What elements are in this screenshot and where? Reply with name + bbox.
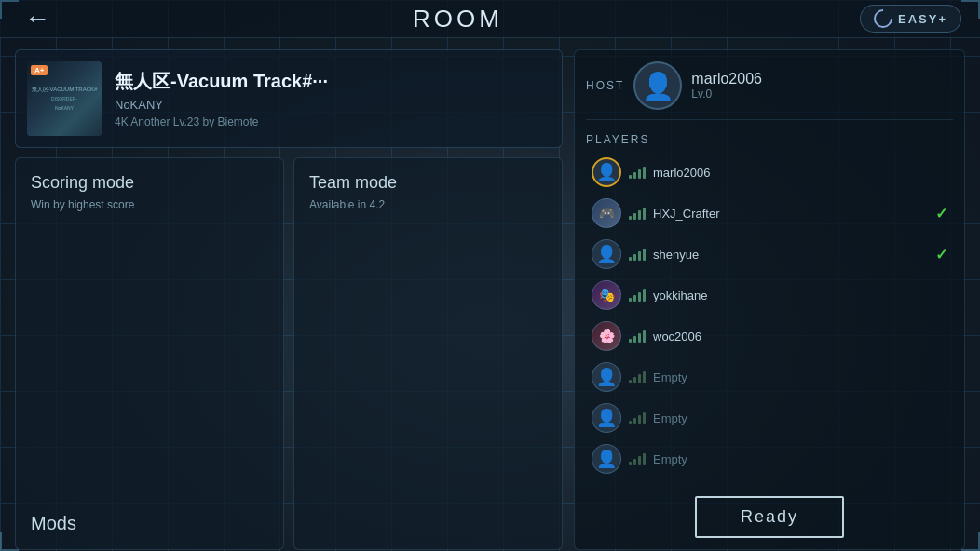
team-mode-sub: Available in 4.2 xyxy=(309,198,547,211)
player-list: 👤 marlo2006 🎮 xyxy=(586,154,953,477)
song-artist: NoKANY xyxy=(115,98,551,112)
signal-bar xyxy=(629,462,632,465)
signal-bars xyxy=(629,370,646,383)
list-item: 👤 Empty xyxy=(586,440,953,477)
difficulty-label: EASY+ xyxy=(898,12,947,26)
list-item: 🌸 woc2006 xyxy=(586,317,953,355)
player-name: woc2006 xyxy=(653,329,947,343)
player-avatar: 👤 xyxy=(592,444,621,474)
page-title: ROOM xyxy=(413,5,503,34)
signal-bar xyxy=(633,418,636,424)
player-avatar-icon: 👤 xyxy=(596,449,617,469)
top-bar: ← ROOM EASY+ xyxy=(0,0,980,38)
signal-bar xyxy=(633,254,636,261)
signal-bar xyxy=(633,459,636,465)
players-label: PLAYERS xyxy=(586,133,953,146)
back-arrow-icon: ← xyxy=(24,4,50,34)
list-item: 👤 Empty xyxy=(586,399,953,437)
player-avatar: 👤 xyxy=(592,403,621,433)
signal-bar xyxy=(629,380,632,383)
player-avatar-icon: 👤 xyxy=(596,367,617,387)
signal-bars xyxy=(629,166,646,179)
list-item: 👤 shenyue ✓ xyxy=(586,235,953,273)
signal-bar xyxy=(638,169,641,179)
ready-check: ✓ xyxy=(935,246,947,263)
list-item: 🎭 yokkihane xyxy=(586,276,953,314)
signal-bar xyxy=(638,456,641,465)
player-avatar: 🎭 xyxy=(592,280,621,310)
song-info: 無人区-Vacuum Track#··· NoKANY 4K Another L… xyxy=(115,69,551,128)
signal-bar xyxy=(629,257,632,261)
signal-bar xyxy=(643,167,646,179)
signal-bar xyxy=(633,213,636,220)
signal-bars xyxy=(629,289,646,302)
signal-bar xyxy=(643,371,646,383)
ready-button[interactable]: Ready xyxy=(695,496,844,538)
signal-bars xyxy=(629,452,646,465)
player-avatar-icon: 👤 xyxy=(596,244,617,264)
signal-bars xyxy=(629,411,646,424)
signal-bar xyxy=(643,453,646,465)
signal-bar xyxy=(633,172,636,179)
signal-bar xyxy=(638,333,641,343)
difficulty-icon xyxy=(870,6,896,32)
difficulty-badge[interactable]: EASY+ xyxy=(860,5,961,33)
team-mode-title: Team mode xyxy=(309,173,547,193)
team-mode-card[interactable]: Team mode Available in 4.2 xyxy=(293,157,563,550)
signal-bars xyxy=(629,207,646,220)
signal-bar xyxy=(633,377,636,383)
signal-bar xyxy=(633,336,636,343)
scoring-mode-sub: Win by highest score xyxy=(31,198,268,211)
signal-bars xyxy=(629,248,646,261)
host-section: HOST 👤 marlo2006 Lv.0 xyxy=(586,61,953,120)
signal-bar xyxy=(643,208,646,220)
host-level: Lv.0 xyxy=(691,87,762,101)
player-avatar: 👤 xyxy=(592,239,621,269)
grade-badge: A+ xyxy=(31,65,48,75)
signal-bar xyxy=(629,298,632,302)
player-avatar: 👤 xyxy=(592,362,621,392)
signal-bar xyxy=(638,292,641,302)
signal-bar xyxy=(638,415,641,424)
thumbnail-text: 無人区-VACUUM TRACK# DISORDER- NoKANY xyxy=(32,86,98,111)
signal-bar xyxy=(643,289,646,302)
song-card[interactable]: A+ 無人区-VACUUM TRACK# DISORDER- NoKANY 無人… xyxy=(15,49,563,148)
left-panel: A+ 無人区-VACUUM TRACK# DISORDER- NoKANY 無人… xyxy=(15,49,563,550)
players-section: PLAYERS 👤 marlo2006 xyxy=(586,133,953,477)
mods-label: Mods xyxy=(31,513,268,534)
player-name-empty: Empty xyxy=(653,370,947,384)
ready-check: ✓ xyxy=(935,205,947,222)
scoring-mode-title: Scoring mode xyxy=(31,173,268,193)
main-content: A+ 無人区-VACUUM TRACK# DISORDER- NoKANY 無人… xyxy=(0,38,980,551)
player-avatar-icon: 👤 xyxy=(596,162,617,182)
player-avatar: 🎮 xyxy=(592,198,621,228)
back-button[interactable]: ← xyxy=(19,0,56,37)
player-name-empty: Empty xyxy=(653,411,947,425)
right-panel: HOST 👤 marlo2006 Lv.0 PLAYERS 👤 xyxy=(574,49,965,550)
host-avatar-icon: 👤 xyxy=(642,71,674,101)
host-info: marlo2006 Lv.0 xyxy=(691,71,762,101)
player-name: marlo2006 xyxy=(653,166,947,180)
player-name: HXJ_Crafter xyxy=(653,207,928,221)
list-item: 🎮 HXJ_Crafter ✓ xyxy=(586,195,953,232)
player-name-empty: Empty xyxy=(653,452,947,466)
signal-bar xyxy=(638,210,641,220)
signal-bar xyxy=(643,249,646,261)
signal-bar xyxy=(633,295,636,302)
signal-bar xyxy=(643,330,646,343)
host-name: marlo2006 xyxy=(691,71,762,87)
song-thumbnail: A+ 無人区-VACUUM TRACK# DISORDER- NoKANY xyxy=(27,61,102,136)
song-detail: 4K Another Lv.23 by Biemote xyxy=(115,115,551,128)
signal-bar xyxy=(629,175,632,179)
signal-bar xyxy=(629,216,632,220)
corner-decoration-tr xyxy=(961,0,980,19)
player-avatar: 👤 xyxy=(592,157,621,187)
list-item: 👤 Empty xyxy=(586,358,953,396)
player-name: yokkihane xyxy=(653,289,947,302)
scoring-mode-card[interactable]: Scoring mode Win by highest score Mods xyxy=(15,157,284,550)
host-label: HOST xyxy=(586,79,624,92)
signal-bar xyxy=(629,421,632,424)
corner-decoration-bl xyxy=(0,532,19,551)
host-avatar: 👤 xyxy=(633,61,682,110)
signal-bar xyxy=(638,374,641,383)
